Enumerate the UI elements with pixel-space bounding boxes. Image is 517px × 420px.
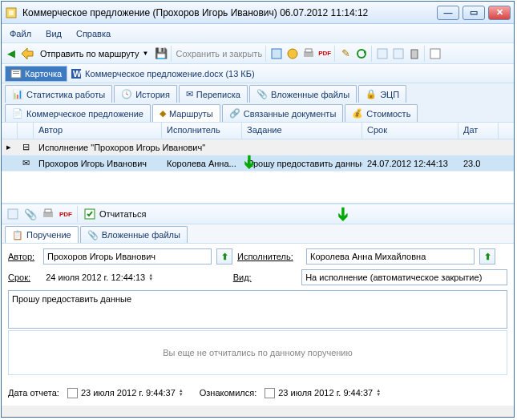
- report-button[interactable]: Отчитаться: [83, 208, 147, 220]
- edit-icon[interactable]: ✎: [339, 47, 352, 60]
- window-title: Коммерческое предложение (Прохоров Игорь…: [22, 7, 437, 18]
- svg-rect-7: [378, 49, 387, 59]
- tab-stats[interactable]: 📊Статистика работы: [5, 85, 112, 103]
- due-label: Срок:: [8, 273, 38, 282]
- pdf-icon[interactable]: PDF: [318, 47, 331, 60]
- col-executor[interactable]: Исполнитель: [162, 123, 242, 139]
- document-tabbar: Карточка W Коммерческое предложение.docx…: [2, 64, 514, 83]
- col-empty[interactable]: [2, 123, 18, 139]
- arrow-annotation-2: ➔: [333, 207, 353, 221]
- executor-label: Исполнитель:: [237, 252, 301, 261]
- tab-card[interactable]: Карточка: [5, 66, 67, 82]
- ack-checkbox[interactable]: [265, 388, 275, 398]
- menu-file[interactable]: Файл: [10, 29, 31, 38]
- arrow-annotation-1: ➔: [239, 155, 260, 169]
- attach-icon[interactable]: 📎: [24, 208, 37, 220]
- menu-help[interactable]: Справка: [76, 29, 111, 38]
- cell-author: Прохоров Игорь Иванович: [34, 157, 162, 170]
- menu-view[interactable]: Вид: [46, 29, 62, 38]
- assignment-icon: 📋: [12, 230, 23, 240]
- separator: [265, 46, 267, 62]
- stats-icon: 📊: [12, 89, 23, 99]
- kind-label: Вид:: [233, 273, 255, 282]
- report-date-input[interactable]: 23 июля 2012 г. 9:44:37 ▲▼: [64, 385, 187, 401]
- cell-task: Прошу предоставить данные: [242, 157, 362, 170]
- tool-icon-2[interactable]: [286, 47, 299, 60]
- delete-icon[interactable]: [408, 47, 421, 60]
- author-input[interactable]: Прохоров Игорь Иванович: [43, 248, 212, 265]
- tab-proposal[interactable]: 📄Коммерческое предложение: [5, 104, 151, 122]
- word-icon: W: [71, 68, 82, 79]
- tab-routes[interactable]: ◆Маршруты: [152, 104, 220, 122]
- tab-embedded-doc[interactable]: W Коммерческое предложение.docx (13 КБ): [71, 68, 255, 79]
- close-button[interactable]: ✕: [488, 6, 511, 20]
- task-text-input[interactable]: Прошу предоставить данные: [8, 290, 507, 329]
- spinner-icon[interactable]: ▲▼: [148, 273, 153, 281]
- tool-icon-3[interactable]: [376, 47, 389, 60]
- tab-cost[interactable]: 💰Стоимость: [345, 104, 418, 122]
- tab-linked[interactable]: 🔗Связанные документы: [222, 104, 344, 122]
- svg-rect-18: [45, 209, 51, 212]
- expand-icon[interactable]: ▸: [2, 140, 18, 154]
- save-icon[interactable]: 💾: [155, 47, 168, 60]
- svg-rect-1: [9, 10, 14, 15]
- tab-row-3: 📋Поручение 📎Вложенные файлы: [2, 224, 514, 244]
- col-date[interactable]: Дат: [458, 123, 499, 139]
- tab-assignment[interactable]: 📋Поручение: [5, 226, 79, 243]
- cost-icon: 💰: [352, 108, 363, 119]
- col-task[interactable]: Задание: [242, 123, 362, 139]
- svg-rect-13: [13, 73, 19, 74]
- tool-icon-5[interactable]: [429, 47, 442, 60]
- executor-up-button[interactable]: ⬆: [479, 248, 495, 265]
- svg-rect-8: [394, 49, 403, 59]
- collapse-icon[interactable]: ⊟: [18, 140, 34, 154]
- send-route-button[interactable]: Отправить по маршруту ▼: [37, 47, 151, 60]
- tab-correspondence[interactable]: ✉Переписка: [179, 85, 248, 103]
- spinner-icon[interactable]: ▲▼: [179, 389, 184, 397]
- refresh-icon[interactable]: [355, 47, 368, 60]
- executor-input[interactable]: Королева Анна Михайловна: [306, 248, 475, 265]
- separator: [334, 46, 336, 62]
- window-controls: — ▭ ✕: [437, 6, 511, 20]
- kind-input[interactable]: На исполнение (автоматическое закрытие): [301, 269, 507, 285]
- svg-rect-2: [272, 49, 281, 59]
- minimize-button[interactable]: —: [437, 6, 459, 20]
- cell-date: 23.0: [458, 157, 499, 170]
- lock-icon: 🔒: [366, 89, 377, 99]
- mail-icon: ✉: [186, 89, 193, 99]
- separator: [424, 46, 426, 62]
- spinner-icon[interactable]: ▲▼: [376, 389, 381, 397]
- grid-group-row[interactable]: ▸ ⊟ Исполнение "Прохоров Игорь Иванович": [2, 139, 514, 155]
- titlebar: Коммерческое предложение (Прохоров Игорь…: [2, 2, 514, 24]
- author-up-button[interactable]: ⬆: [216, 248, 232, 265]
- cell-due: 24.07.2012 12:44:13: [362, 157, 458, 170]
- back-icon[interactable]: ◀: [5, 47, 18, 60]
- pdf-icon-2[interactable]: PDF: [59, 208, 72, 220]
- col-icon[interactable]: [18, 123, 34, 139]
- tab-history[interactable]: 🕓История: [114, 85, 177, 103]
- svg-rect-16: [8, 209, 18, 219]
- tab-attachments-2[interactable]: 📎Вложенные файлы: [80, 226, 188, 243]
- send-route-icon[interactable]: [21, 47, 34, 60]
- col-due[interactable]: Срок: [362, 123, 458, 139]
- report-date-checkbox[interactable]: [67, 388, 78, 398]
- app-icon: [5, 6, 18, 19]
- save-close-button[interactable]: Сохранить и закрыть: [176, 49, 262, 59]
- svg-text:W: W: [73, 69, 82, 79]
- due-input[interactable]: 24 июля 2012 г. 12:44:13 ▲▼: [42, 269, 208, 285]
- attachment-icon: 📎: [256, 89, 268, 99]
- tab-attachments[interactable]: 📎Вложенные файлы: [249, 85, 357, 103]
- tool-icon-4[interactable]: [392, 47, 405, 60]
- maximize-button[interactable]: ▭: [462, 6, 485, 20]
- ack-input[interactable]: 23 июля 2012 г. 9:44:37 ▲▼: [261, 385, 384, 401]
- col-author[interactable]: Автор: [34, 123, 162, 139]
- print-icon[interactable]: [302, 47, 315, 60]
- group-label: Исполнение "Прохоров Игорь Иванович": [34, 141, 514, 154]
- tool-icon-1[interactable]: [270, 47, 283, 60]
- svg-rect-12: [13, 71, 19, 72]
- separator: [77, 206, 79, 222]
- print-icon-2[interactable]: [42, 208, 55, 220]
- tool-icon-a[interactable]: [6, 208, 19, 220]
- tab-signature[interactable]: 🔒ЭЦП: [358, 85, 406, 103]
- grid-header: Автор Исполнитель Задание Срок Дат: [2, 122, 514, 139]
